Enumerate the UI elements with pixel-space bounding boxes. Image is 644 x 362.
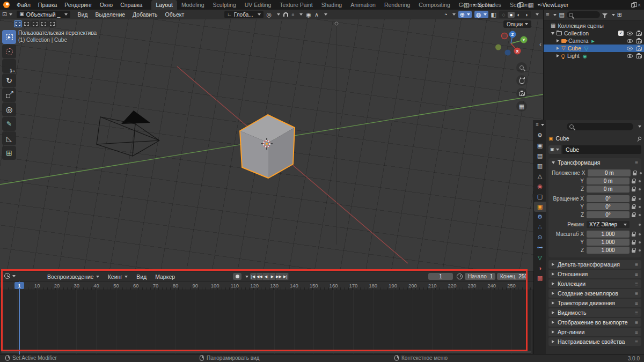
- shading-material-icon[interactable]: ◐: [515, 12, 522, 18]
- panel-line-art[interactable]: Арт-линии≡: [548, 328, 641, 336]
- frame-start-field[interactable]: Начало 1: [465, 273, 495, 280]
- camera-control[interactable]: [636, 31, 642, 36]
- menu-render[interactable]: Рендеринг: [61, 0, 96, 10]
- tab-uv-editing[interactable]: UV Editing: [240, 0, 276, 10]
- pin-icon[interactable]: [638, 136, 642, 141]
- tab-compositing[interactable]: Compositing: [414, 0, 454, 10]
- eye-control[interactable]: [627, 54, 633, 58]
- blender-logo-icon[interactable]: [3, 2, 10, 8]
- falloff-icon[interactable]: ∧: [314, 12, 319, 18]
- lock-icon[interactable]: [632, 250, 635, 253]
- gizmo-axis-z-neg[interactable]: [505, 50, 511, 56]
- lock-icon[interactable]: [633, 173, 636, 175]
- editor-type-button[interactable]: ⊡: [0, 10, 14, 19]
- eye-control[interactable]: [627, 39, 633, 43]
- pivot-point-icon[interactable]: ◎: [267, 12, 272, 18]
- drag-handle-icon[interactable]: ≡: [635, 300, 638, 306]
- gizmo-axis-x-neg[interactable]: [502, 33, 508, 39]
- property-field-scale-x[interactable]: 1.000: [587, 231, 630, 238]
- timeline-scrollbar[interactable]: [1, 351, 531, 353]
- outliner-search[interactable]: [567, 11, 600, 18]
- property-field-scale-y[interactable]: 1.000: [587, 239, 630, 246]
- property-field-scale-z[interactable]: 1.000: [587, 247, 630, 254]
- next-keyframe-button[interactable]: ▶▶: [276, 273, 282, 280]
- tab-sculpting[interactable]: Sculpting: [209, 0, 240, 10]
- checkbox-control[interactable]: [618, 31, 624, 36]
- tab-modeling[interactable]: Modeling: [177, 0, 209, 10]
- stopwatch-icon[interactable]: [457, 274, 463, 279]
- panel-custom-properties[interactable]: Настраиваемые свойства≡: [548, 337, 641, 346]
- render-visibility-icon[interactable]: [636, 32, 642, 36]
- tool-transform[interactable]: [2, 102, 16, 116]
- proportional-editing-icon[interactable]: ◉: [306, 12, 311, 18]
- property-field-rotation-z[interactable]: 0°: [587, 211, 630, 218]
- lock-icon[interactable]: [632, 206, 635, 209]
- render-visibility-icon[interactable]: [636, 39, 642, 43]
- drag-handle-icon[interactable]: ≡: [635, 339, 638, 345]
- animate-dot-icon[interactable]: [639, 206, 641, 208]
- tab-animation[interactable]: Animation: [346, 0, 380, 10]
- shading-solid-icon[interactable]: ●: [508, 12, 515, 18]
- select-mode-set[interactable]: [14, 20, 22, 27]
- animate-dot-icon[interactable]: [639, 188, 641, 190]
- eye-icon[interactable]: [627, 39, 633, 43]
- panel-relations[interactable]: Отношения≡: [548, 270, 641, 278]
- menu-edit[interactable]: Правка: [34, 0, 61, 10]
- animate-dot-icon[interactable]: [639, 198, 641, 200]
- cube-object[interactable]: [240, 115, 295, 178]
- eye-control[interactable]: [627, 32, 633, 35]
- menu-window[interactable]: Окно: [96, 0, 116, 10]
- view-layer-name[interactable]: ViewLayer: [542, 2, 568, 8]
- current-frame-field[interactable]: 1: [428, 273, 453, 280]
- property-field-location-y[interactable]: 0 m: [587, 178, 630, 184]
- panel-motion-paths[interactable]: Траектории движения≡: [548, 299, 641, 307]
- panel-collections[interactable]: Коллекции≡: [548, 279, 641, 288]
- nav-camera-view-button[interactable]: [516, 88, 527, 99]
- viewport-3d[interactable]: Пользовательская перспектива (1) Collect…: [0, 19, 543, 271]
- current-frame-indicator[interactable]: 1: [14, 282, 24, 289]
- jump-start-button[interactable]: |◀: [250, 273, 257, 280]
- view-layer-selector[interactable]: ▤ ViewLayer ×: [528, 1, 641, 9]
- mode-dropdown[interactable]: ▣ Объектный _: [17, 11, 70, 18]
- lock-icon[interactable]: [632, 198, 635, 201]
- eye-icon[interactable]: [627, 32, 633, 35]
- animate-dot-icon[interactable]: [639, 224, 641, 226]
- panel-delta-transform[interactable]: Дельта-трансформация≡: [548, 260, 641, 269]
- drag-handle-icon[interactable]: ≡: [635, 281, 638, 287]
- animate-dot-icon[interactable]: [639, 180, 641, 182]
- menu-file[interactable]: Файл: [13, 0, 34, 10]
- animate-dot-icon[interactable]: [639, 249, 641, 252]
- display-mode-icon[interactable]: ▤: [559, 12, 564, 18]
- outliner-row-collection[interactable]: Collection: [544, 29, 644, 37]
- eye-icon[interactable]: [627, 47, 633, 50]
- property-field-location-z[interactable]: 0 m: [587, 186, 630, 193]
- orientation-dropdown[interactable]: ∟ Глоба...: [224, 11, 264, 18]
- tool-rotate[interactable]: [2, 73, 16, 87]
- panel-instancing[interactable]: Создание экземпляров≡: [548, 289, 641, 298]
- tool-scale[interactable]: [2, 88, 16, 102]
- close-icon[interactable]: ×: [524, 2, 527, 8]
- nav-ortho-grid-button[interactable]: ▦: [516, 101, 527, 112]
- filter-icon[interactable]: [602, 13, 608, 16]
- camera-control[interactable]: [636, 53, 642, 58]
- timeline-track-area[interactable]: [0, 290, 533, 354]
- show-gizmo-toggle[interactable]: ⊕: [458, 11, 472, 18]
- select-mode-intersect[interactable]: [48, 20, 56, 27]
- select-mode-invert[interactable]: [40, 20, 48, 27]
- tab-layout[interactable]: Layout: [151, 0, 177, 10]
- drag-handle-icon[interactable]: ≡: [635, 329, 638, 335]
- property-field-rotation-x[interactable]: 0°: [587, 195, 630, 202]
- tab-texture-paint[interactable]: Texture Paint: [275, 0, 317, 10]
- camera-object[interactable]: [97, 110, 159, 156]
- chevron-down-icon[interactable]: [638, 125, 641, 128]
- properties-tab-texture[interactable]: ▩: [534, 273, 546, 283]
- properties-search[interactable]: [567, 123, 633, 130]
- lock-icon[interactable]: [632, 181, 635, 183]
- menu-object[interactable]: Объект: [162, 11, 188, 18]
- gizmo-axis-y-neg[interactable]: [495, 45, 501, 50]
- timeline-menu-view[interactable]: Вид: [132, 274, 151, 280]
- outliner-row-light[interactable]: Light◉: [544, 52, 644, 60]
- lock-icon[interactable]: [632, 215, 635, 217]
- menu-select[interactable]: Выделение: [91, 11, 129, 18]
- eye-icon[interactable]: [627, 54, 633, 58]
